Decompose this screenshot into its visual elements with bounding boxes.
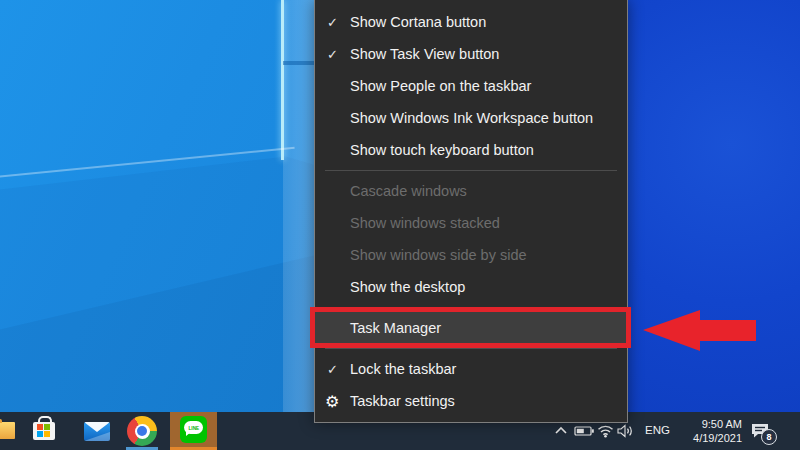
chrome-icon[interactable] <box>127 416 157 446</box>
show-hidden-icons-chevron[interactable] <box>554 424 568 438</box>
store-logo-squares <box>37 424 50 437</box>
battery-icon[interactable] <box>574 424 595 438</box>
tray-date: 4/19/2021 <box>668 431 742 445</box>
menu-item-show-cortana-button[interactable]: ✓ Show Cortana button <box>315 6 627 38</box>
wallpaper-window-edge <box>281 0 284 160</box>
menu-item-label: Show windows stacked <box>350 215 500 231</box>
annotation-highlight-box <box>310 307 631 348</box>
menu-item-label: Show the desktop <box>350 279 465 295</box>
wallpaper-pane-divider <box>283 61 314 65</box>
notification-count-badge: 8 <box>761 429 777 445</box>
speaker-icon[interactable] <box>617 424 635 438</box>
menu-item-show-windows-side-by-side: Show windows side by side <box>315 239 627 271</box>
menu-item-show-people[interactable]: Show People on the taskbar <box>315 70 627 102</box>
menu-item-show-windows-stacked: Show windows stacked <box>315 207 627 239</box>
menu-separator <box>325 170 617 171</box>
menu-item-label: Show touch keyboard button <box>350 142 534 158</box>
menu-item-label: Cascade windows <box>350 183 467 199</box>
checkmark-icon: ✓ <box>327 362 338 377</box>
menu-item-show-touch-keyboard[interactable]: Show touch keyboard button <box>315 134 627 166</box>
menu-item-lock-the-taskbar[interactable]: ✓ Lock the taskbar <box>315 353 627 385</box>
file-explorer-icon[interactable] <box>0 422 15 439</box>
annotation-arrow-icon <box>640 305 760 357</box>
taskbar-context-menu: ✓ Show Cortana button ✓ Show Task View b… <box>314 0 628 423</box>
line-app-button[interactable]: LINE <box>170 412 217 447</box>
desktop-screen: LINE ENG 9:50 AM 4/19/202 <box>0 0 800 450</box>
checkmark-icon: ✓ <box>327 15 338 30</box>
menu-item-label: Show windows side by side <box>350 247 527 263</box>
language-indicator[interactable]: ENG <box>645 424 670 436</box>
microsoft-store-icon[interactable] <box>33 422 55 440</box>
menu-item-label: Lock the taskbar <box>350 361 456 377</box>
menu-item-label: Show Windows Ink Workspace button <box>350 110 593 126</box>
menu-item-label: Show Task View button <box>350 46 499 62</box>
menu-item-label: Show Cortana button <box>350 14 486 30</box>
clock[interactable]: 9:50 AM 4/19/2021 <box>668 417 742 445</box>
menu-item-taskbar-settings[interactable]: ⚙ Taskbar settings <box>315 385 627 417</box>
tray-time: 9:50 AM <box>668 417 742 431</box>
line-speech-bubble: LINE <box>184 421 203 434</box>
line-icon: LINE <box>180 416 207 443</box>
menu-separator <box>325 348 617 349</box>
menu-item-cascade-windows: Cascade windows <box>315 175 627 207</box>
checkmark-icon: ✓ <box>327 47 338 62</box>
menu-item-show-task-view-button[interactable]: ✓ Show Task View button <box>315 38 627 70</box>
menu-item-label: Taskbar settings <box>350 393 455 409</box>
menu-item-show-windows-ink-workspace[interactable]: Show Windows Ink Workspace button <box>315 102 627 134</box>
menu-item-label: Show People on the taskbar <box>350 78 531 94</box>
menu-item-show-the-desktop[interactable]: Show the desktop <box>315 271 627 303</box>
wifi-icon[interactable] <box>597 424 614 438</box>
line-logo-text: LINE <box>188 425 199 430</box>
desktop-wallpaper-left <box>0 0 314 412</box>
gear-icon: ⚙ <box>325 392 339 411</box>
mail-icon[interactable] <box>84 422 110 441</box>
